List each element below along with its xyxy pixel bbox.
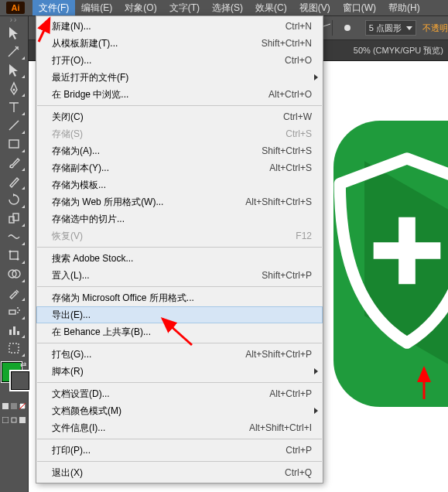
- svg-point-1: [344, 25, 351, 31]
- menu-entry-label: 脚本(R): [52, 365, 312, 378]
- full-screen-btn[interactable]: [9, 415, 18, 425]
- magic-wand-tool[interactable]: [2, 42, 26, 60]
- menu-entry-label: 存储为模板...: [52, 179, 312, 192]
- menu-entry-shortcut: Alt+Shift+Ctrl+I: [249, 422, 312, 433]
- paintbrush-tool[interactable]: [2, 153, 26, 172]
- menu-entry[interactable]: 新建(N)...Ctrl+N: [36, 18, 323, 35]
- menu-entry[interactable]: 存储为模板...: [36, 176, 323, 193]
- stroke-swatch[interactable]: [9, 370, 31, 391]
- free-transform-tool[interactable]: [2, 246, 26, 265]
- menu-item[interactable]: 对象(O): [118, 0, 162, 15]
- svg-point-16: [17, 312, 19, 313]
- menu-entry[interactable]: 最近打开的文件(F): [36, 69, 323, 86]
- tools-panel: ›› ⇄: [0, 15, 29, 492]
- menu-entry[interactable]: 存储为 Web 所用格式(W)...Alt+Shift+Ctrl+S: [36, 193, 323, 210]
- menu-entry[interactable]: 置入(L)...Shift+Ctrl+P: [36, 267, 323, 284]
- menu-separator: [37, 461, 322, 462]
- brush-stroke-size-icon[interactable]: [334, 21, 361, 35]
- shield-artwork[interactable]: [333, 90, 448, 399]
- panel-grip[interactable]: ››: [0, 15, 28, 23]
- gradient-mode-btn[interactable]: [9, 401, 18, 412]
- menu-item[interactable]: 文字(T): [163, 0, 206, 15]
- tool-buttons: [0, 23, 28, 357]
- menu-entry[interactable]: 文档设置(D)...Alt+Ctrl+P: [36, 385, 323, 402]
- menu-entry-label: 存储(S): [52, 128, 286, 141]
- width-tool[interactable]: [2, 227, 26, 246]
- menu-entry-label: 最近打开的文件(F): [52, 71, 312, 84]
- menu-separator: [37, 105, 322, 106]
- eyedropper-tool[interactable]: [2, 283, 26, 302]
- shape-builder-tool[interactable]: [2, 265, 26, 283]
- menu-entry[interactable]: 存储选中的切片...: [36, 210, 323, 227]
- color-swatch-block[interactable]: ⇄: [2, 362, 26, 396]
- artboard-tool[interactable]: [2, 339, 26, 357]
- menu-item[interactable]: 帮助(H): [382, 0, 426, 15]
- menu-separator: [37, 247, 322, 248]
- menu-entry[interactable]: 退出(X)Ctrl+Q: [36, 464, 323, 481]
- pen-tool[interactable]: [2, 79, 26, 97]
- menu-entry: 恢复(V)F12: [36, 227, 323, 244]
- menu-entry[interactable]: 打包(G)...Alt+Shift+Ctrl+P: [36, 346, 323, 363]
- menu-entry-label: 打包(G)...: [52, 348, 245, 361]
- menu-entry[interactable]: 在 Behance 上共享(B)...: [36, 323, 323, 340]
- menu-entry[interactable]: 在 Bridge 中浏览...Alt+Ctrl+O: [36, 86, 323, 103]
- menu-item[interactable]: 窗口(W): [337, 0, 382, 15]
- color-mode-btn[interactable]: [1, 401, 9, 412]
- brush-size-combo[interactable]: 5 点圆形: [365, 20, 416, 36]
- menu-entry-label: 搜索 Adobe Stock...: [52, 252, 312, 265]
- opacity-label: 不透明: [422, 22, 448, 34]
- menu-entry-label: 文档设置(D)...: [52, 388, 269, 401]
- menu-entry[interactable]: 搜索 Adobe Stock...: [36, 250, 323, 267]
- column-graph-tool[interactable]: [2, 320, 26, 339]
- none-mode-btn[interactable]: [18, 401, 26, 412]
- menu-entry[interactable]: 从模板新建(T)...Shift+Ctrl+N: [36, 35, 323, 52]
- menu-separator: [37, 439, 322, 439]
- document-tab[interactable]: 50% (CMYK/GPU 预览): [354, 40, 443, 60]
- presentation-btn[interactable]: [18, 415, 26, 425]
- swap-fill-stroke-icon[interactable]: ⇄: [20, 360, 26, 369]
- menu-entry[interactable]: 存储为 Microsoft Office 所用格式...: [36, 289, 323, 306]
- menu-entry-shortcut: Alt+Ctrl+O: [268, 89, 312, 100]
- menu-item[interactable]: 效果(C): [249, 0, 293, 15]
- menu-entry-label: 新建(N)...: [52, 20, 286, 33]
- menu-entry-label: 恢复(V): [52, 230, 296, 243]
- chevron-down-icon: [406, 26, 412, 30]
- pencil-tool[interactable]: [2, 172, 26, 190]
- menu-entry-label: 存储副本(Y)...: [52, 162, 269, 175]
- menu-entry-shortcut: Alt+Ctrl+S: [269, 162, 312, 173]
- menu-entry[interactable]: 导出(E)...: [36, 306, 323, 323]
- normal-screen-btn[interactable]: [1, 415, 9, 425]
- svg-point-3: [13, 89, 15, 91]
- svg-rect-13: [9, 310, 15, 314]
- line-tool[interactable]: [2, 116, 26, 135]
- menu-entry[interactable]: 存储为(A)...Shift+Ctrl+S: [36, 142, 323, 159]
- menu-item[interactable]: 编辑(E): [75, 0, 118, 15]
- shield-icon: [318, 150, 448, 351]
- menu-entry[interactable]: 存储副本(Y)...Alt+Ctrl+S: [36, 159, 323, 176]
- selection-tool[interactable]: [2, 23, 26, 42]
- menu-entry-label: 存储为(A)...: [52, 145, 262, 158]
- menu-entry[interactable]: 脚本(R): [36, 363, 323, 380]
- rectangle-tool[interactable]: [2, 135, 26, 153]
- type-tool[interactable]: [2, 97, 26, 116]
- menu-entry[interactable]: 文档颜色模式(M): [36, 402, 323, 419]
- svg-line-4: [9, 121, 19, 130]
- scale-tool[interactable]: [2, 209, 26, 227]
- svg-rect-17: [9, 330, 12, 335]
- menu-entry[interactable]: 文件信息(I)...Alt+Shift+Ctrl+I: [36, 419, 323, 436]
- svg-rect-26: [12, 418, 16, 422]
- menu-entry: 存储(S)Ctrl+S: [36, 125, 323, 142]
- menu-entry-shortcut: Ctrl+N: [286, 21, 312, 32]
- svg-rect-18: [13, 326, 15, 335]
- menu-item[interactable]: 选择(S): [206, 0, 249, 15]
- menu-entry[interactable]: 打印(P)...Ctrl+P: [36, 442, 323, 459]
- menu-entry[interactable]: 关闭(C)Ctrl+W: [36, 108, 323, 125]
- menu-item[interactable]: 文件(F): [32, 0, 75, 15]
- menu-entry[interactable]: 打开(O)...Ctrl+O: [36, 52, 323, 69]
- menu-entry-shortcut: Shift+Ctrl+N: [262, 38, 312, 49]
- rotate-tool[interactable]: [2, 190, 26, 209]
- menu-entry-shortcut: Ctrl+Q: [285, 467, 312, 478]
- symbol-sprayer-tool[interactable]: [2, 302, 26, 320]
- direct-selection-tool[interactable]: [2, 60, 26, 79]
- menu-item[interactable]: 视图(V): [293, 0, 337, 15]
